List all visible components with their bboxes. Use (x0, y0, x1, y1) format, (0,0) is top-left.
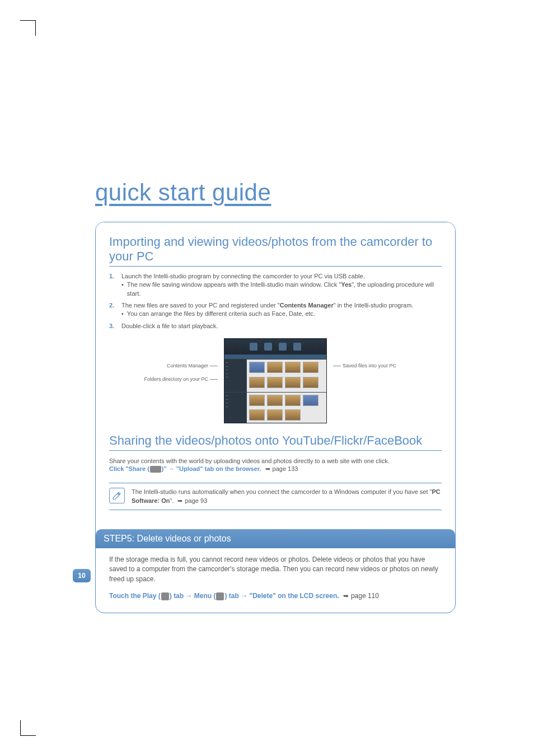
step-2-sub: • You can arrange the files by different… (121, 310, 413, 318)
fig-label-folders: Folders directory on your PC (144, 376, 208, 382)
del-b: ) tab → Menu ( (170, 592, 216, 600)
chapter-title: quick start guide (95, 179, 456, 206)
share-instruction: Click "Share ()" → "Upload" tab on the b… (109, 465, 442, 473)
share-instr-mid: )" → "Upload" tab on the browser. (162, 465, 261, 472)
app-nav-icon (293, 343, 301, 351)
sub-text: You can arrange the files by different c… (127, 310, 315, 318)
page-number: 10 (73, 569, 91, 582)
del-c: ) tab → "Delete" on the LCD screen. (224, 592, 339, 600)
share-body: Share your contents with the world by up… (109, 456, 442, 466)
pencil-icon (109, 488, 125, 503)
step-2: 2. The new files are saved to your PC an… (109, 301, 442, 319)
menu-tab-icon (216, 592, 224, 600)
page-ref: page 93 (175, 497, 207, 504)
del-a: Touch the Play ( (109, 592, 161, 600)
sub-pre: The new file saving window appears with … (127, 281, 341, 288)
page-ref: page 110 (341, 592, 379, 600)
page-content: quick start guide Importing and viewing … (0, 0, 534, 756)
note-box: The Intelli-studio runs automatically wh… (109, 483, 442, 510)
step-number: 1. (109, 272, 117, 298)
app-nav-icon (279, 343, 287, 351)
bullet-icon: • (121, 281, 124, 298)
app-thumbnails-lower (247, 393, 326, 423)
step-3: 3. Double-click a file to start playback… (109, 322, 442, 330)
import-heading: Importing and viewing videos/photos from… (109, 235, 442, 267)
import-section: Importing and viewing videos/photos from… (96, 222, 455, 524)
sub-bold: Yes (341, 281, 352, 288)
play-tab-icon (161, 592, 169, 600)
share-instr-pre: Click "Share ( (109, 465, 149, 472)
fig-label-saved: Saved files into your PC (343, 363, 396, 368)
note-pre: The Intelli-studio runs automatically wh… (132, 488, 432, 495)
app-sidebar: ————— (224, 360, 247, 392)
figure-labels-right: Saved files into your PC (331, 338, 427, 368)
app-screenshot: ————— ———— (224, 338, 327, 423)
step-1: 1. Launch the Intelli-studio program by … (109, 272, 442, 298)
step-text: Double-click a file to start playback. (121, 323, 218, 329)
share-heading: Sharing the videos/photos onto YouTube/F… (109, 433, 442, 450)
step-number: 3. (109, 322, 117, 330)
figure-labels-left: Contents Manager Folders directory on yo… (124, 338, 219, 382)
step-bold: Contents Manager (280, 302, 334, 309)
step-number: 2. (109, 301, 117, 319)
step-text: Launch the Intelli-studio program by con… (121, 273, 365, 279)
note-text: The Intelli-studio runs automatically wh… (132, 488, 442, 505)
step5-body: If the storage media is full, you cannot… (96, 548, 455, 613)
step-post: " in the Intelli-studio program. (334, 302, 414, 309)
app-nav-icon (250, 343, 257, 351)
content-box: Importing and viewing videos/photos from… (95, 222, 456, 613)
fig-label-cm: Contents Manager (167, 363, 208, 368)
step-1-sub: • The new file saving window appears wit… (121, 281, 442, 298)
step5-header: STEP5: Delete videos or photos (96, 529, 455, 548)
page-ref: page 133 (263, 465, 298, 472)
app-thumbnails-upper (247, 360, 326, 392)
app-nav-icon (264, 343, 272, 351)
share-icon (150, 466, 161, 473)
note-post: ". (170, 497, 174, 504)
step5-text: If the storage media is full, you cannot… (109, 555, 442, 584)
bullet-icon: • (121, 310, 124, 318)
step-pre: The new files are saved to your PC and r… (121, 302, 280, 309)
import-steps: 1. Launch the Intelli-studio program by … (109, 272, 442, 330)
delete-instruction: Touch the Play () tab → Menu () tab → "D… (109, 592, 442, 600)
app-sidebar-lower: ———— (224, 393, 247, 423)
app-figure: Contents Manager Folders directory on yo… (109, 338, 442, 423)
